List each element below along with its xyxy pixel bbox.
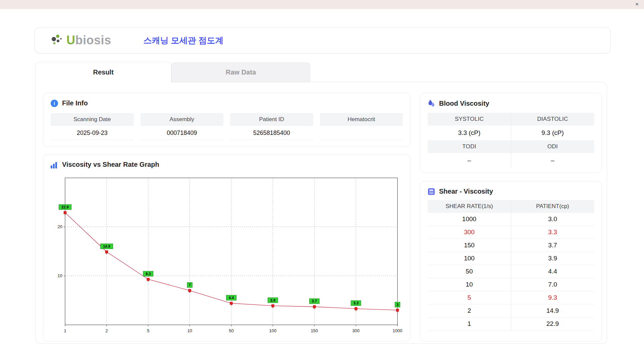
ubiosis-logo: Ubiosis xyxy=(51,33,111,47)
field-label: Scanning Date xyxy=(51,113,134,126)
table-row: 1503.7 xyxy=(428,239,594,252)
patient-cell: 7.0 xyxy=(511,278,594,291)
graph-header: Viscosity vs Shear Rate Graph xyxy=(51,161,403,168)
table-row: 122.9 xyxy=(428,317,594,331)
droplet-icon xyxy=(428,99,435,107)
table-row: 59.3 xyxy=(428,291,594,304)
svg-text:150: 150 xyxy=(311,328,318,333)
content-panel: i File Info Scanning Date2025-09-23Assem… xyxy=(35,82,607,344)
app-header: Ubiosis 스캐닝 모세관 점도계 xyxy=(35,27,610,53)
svg-text:10: 10 xyxy=(187,328,192,333)
metric-value: 9.3 (cP) xyxy=(511,126,594,140)
calculator-icon xyxy=(428,188,435,195)
page-title: 스캐닝 모세관 점도계 xyxy=(144,35,224,46)
metric-value-row: –– xyxy=(428,153,594,168)
column-header: PATIENT(cp) xyxy=(511,200,594,213)
field-label: Hematocrit xyxy=(320,113,403,126)
graph-title: Viscosity vs Shear Rate Graph xyxy=(62,161,159,168)
svg-text:22.9: 22.9 xyxy=(61,205,68,209)
shear-rate-cell: 300 xyxy=(428,226,511,239)
patient-cell: 3.3 xyxy=(511,226,594,239)
info-icon: i xyxy=(51,100,58,107)
blood-viscosity-title: Blood Viscosity xyxy=(439,100,489,107)
svg-text:7: 7 xyxy=(189,283,191,287)
shear-rate-cell: 1000 xyxy=(428,213,511,226)
file-info-field: Scanning Date2025-09-23 xyxy=(51,113,134,140)
metric-value: – xyxy=(511,153,594,168)
file-info-field: Patient ID52658185400 xyxy=(230,113,313,140)
bar-chart-icon xyxy=(51,161,58,168)
file-info-title: File Info xyxy=(62,99,88,107)
file-info-fields: Scanning Date2025-09-23Assembly000718409… xyxy=(51,113,403,140)
tab-raw-data[interactable]: Raw Data xyxy=(171,62,310,82)
blood-viscosity-header: Blood Viscosity xyxy=(428,99,594,107)
metric-value: 3.3 (cP) xyxy=(428,126,511,140)
shear-viscosity-title: Shear - Viscosity xyxy=(439,188,493,195)
svg-text:1000: 1000 xyxy=(393,328,402,333)
patient-cell: 14.9 xyxy=(511,304,594,317)
file-info-field: Hematocrit xyxy=(320,113,403,140)
field-value: 52658185400 xyxy=(230,126,313,140)
shear-rate-cell: 1 xyxy=(428,317,511,330)
table-row: 1003.9 xyxy=(428,252,594,265)
svg-text:1: 1 xyxy=(64,328,66,333)
patient-cell: 3.0 xyxy=(511,213,594,226)
patient-cell: 9.3 xyxy=(511,291,594,304)
chart-area: 10201251050100150300100022.914.99.374.43… xyxy=(51,173,403,338)
metric-label: ODI xyxy=(511,140,594,153)
field-value: 000718409 xyxy=(141,126,224,140)
svg-text:4.4: 4.4 xyxy=(229,296,234,300)
svg-text:3.3: 3.3 xyxy=(353,301,358,305)
svg-text:14.9: 14.9 xyxy=(103,244,110,248)
patient-cell: 3.9 xyxy=(511,252,594,265)
window-titlebar: × xyxy=(0,0,644,9)
table-row: 10003.0 xyxy=(428,213,594,226)
shear-rate-cell: 150 xyxy=(428,239,511,252)
svg-text:100: 100 xyxy=(269,328,277,333)
graph-panel: Viscosity vs Shear Rate Graph 1020125105… xyxy=(43,154,411,341)
metric-header-row: SYSTOLICDIASTOLIC xyxy=(428,113,594,126)
svg-text:2: 2 xyxy=(105,328,108,333)
tab-result[interactable]: Result xyxy=(35,62,171,82)
svg-text:3: 3 xyxy=(396,303,398,307)
file-info-header: i File Info xyxy=(51,99,403,107)
svg-text:20: 20 xyxy=(58,224,62,229)
logo-text-u: U xyxy=(66,33,75,47)
metric-label: SYSTOLIC xyxy=(428,113,511,126)
patient-cell: 4.4 xyxy=(511,265,594,278)
blood-viscosity-panel: Blood Viscosity SYSTOLICDIASTOLIC3.3 (cP… xyxy=(420,93,602,173)
field-label: Assembly xyxy=(141,113,224,126)
file-info-panel: i File Info Scanning Date2025-09-23Assem… xyxy=(43,93,411,147)
shear-viscosity-header: Shear - Viscosity xyxy=(428,188,594,195)
svg-text:10: 10 xyxy=(58,273,62,278)
metric-value: – xyxy=(428,153,511,168)
svg-text:9.3: 9.3 xyxy=(146,272,151,276)
shear-rate-cell: 5 xyxy=(428,291,511,304)
metric-label: DIASTOLIC xyxy=(511,113,594,126)
patient-cell: 3.7 xyxy=(511,239,594,252)
field-value: 2025-09-23 xyxy=(51,126,134,140)
window-close-button[interactable]: × xyxy=(635,1,639,8)
shear-rate-cell: 50 xyxy=(428,265,511,278)
svg-text:3.9: 3.9 xyxy=(270,298,275,302)
shear-rate-cell: 2 xyxy=(428,304,511,317)
shear-rate-cell: 10 xyxy=(428,278,511,291)
column-header: SHEAR RATE(1/s) xyxy=(428,200,511,213)
logo-dots-icon xyxy=(51,34,63,47)
metric-value-row: 3.3 (cP)9.3 (cP) xyxy=(428,126,594,140)
patient-cell: 22.9 xyxy=(511,317,594,330)
file-info-field: Assembly000718409 xyxy=(141,113,224,140)
field-label: Patient ID xyxy=(230,113,313,126)
tab-result-label: Result xyxy=(93,68,113,76)
svg-text:300: 300 xyxy=(352,328,360,333)
shear-viscosity-panel: Shear - Viscosity SHEAR RATE(1/s)PATIENT… xyxy=(420,181,602,341)
metric-header-row: TODIODI xyxy=(428,140,594,153)
svg-text:50: 50 xyxy=(229,328,233,333)
table-header-row: SHEAR RATE(1/s)PATIENT(cp) xyxy=(428,200,594,213)
blood-viscosity-grid: SYSTOLICDIASTOLIC3.3 (cP)9.3 (cP)TODIODI… xyxy=(428,113,594,168)
svg-text:3.7: 3.7 xyxy=(312,299,317,303)
table-row: 504.4 xyxy=(428,265,594,278)
metric-label: TODI xyxy=(428,140,511,153)
logo-text-rest: biosis xyxy=(75,33,111,47)
svg-text:5: 5 xyxy=(147,328,149,333)
